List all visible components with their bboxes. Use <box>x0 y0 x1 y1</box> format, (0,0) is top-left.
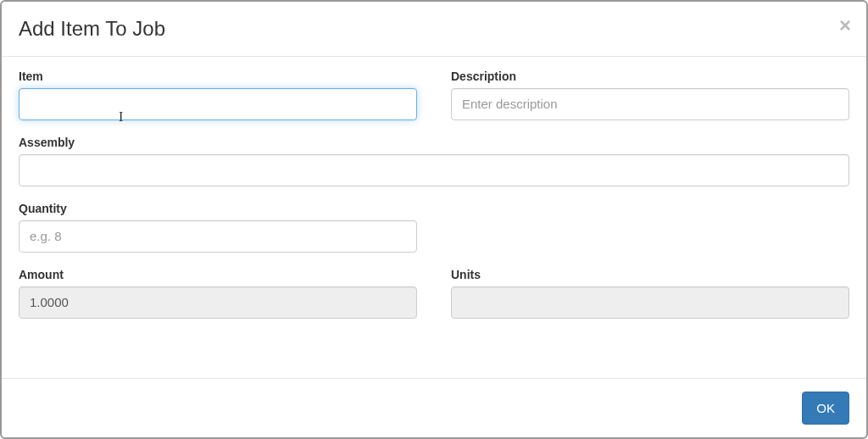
units-input <box>451 286 849 319</box>
close-icon[interactable]: × <box>839 15 851 36</box>
modal-title: Add Item To Job <box>19 14 849 43</box>
amount-input <box>19 286 417 319</box>
description-input[interactable] <box>451 88 849 120</box>
description-group: Description <box>451 69 849 120</box>
amount-label: Amount <box>19 268 417 281</box>
units-label: Units <box>451 268 849 281</box>
item-label: Item <box>19 69 417 83</box>
ok-button[interactable]: OK <box>802 392 849 425</box>
quantity-group: Quantity <box>19 202 417 253</box>
quantity-label: Quantity <box>19 202 417 215</box>
assembly-group: Assembly <box>19 136 849 186</box>
quantity-input[interactable] <box>19 220 417 253</box>
add-item-modal: Add Item To Job × Item Description Assem… <box>0 0 868 439</box>
modal-header: Add Item To Job × <box>2 2 866 57</box>
units-group: Units <box>451 268 849 319</box>
modal-footer: OK <box>2 378 866 437</box>
item-input[interactable] <box>19 88 417 120</box>
modal-body: Item Description Assembly Quantity Amoun… <box>2 57 866 378</box>
assembly-label: Assembly <box>19 136 849 149</box>
description-label: Description <box>451 69 849 83</box>
item-group: Item <box>19 69 417 120</box>
assembly-input[interactable] <box>19 154 849 186</box>
amount-group: Amount <box>19 268 417 319</box>
